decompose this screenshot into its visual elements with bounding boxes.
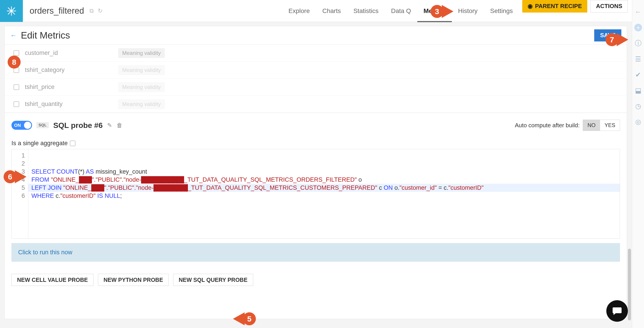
annotation-callout-5: 5	[233, 312, 256, 325]
column-name: tshirt_category	[25, 66, 118, 73]
column-checkbox[interactable]	[14, 84, 19, 90]
collapse-rail-icon[interactable]: ←	[634, 8, 642, 16]
line-gutter: 1 2 3 4 5 6	[12, 149, 28, 238]
snowflake-icon	[6, 6, 16, 16]
info-icon[interactable]: ⓘ	[634, 39, 642, 47]
line-number: 6	[12, 192, 25, 200]
auto-compute-segmented: NO YES	[583, 120, 620, 131]
columns-list: customer_id Meaning validity tshirt_cate…	[5, 44, 627, 113]
sql-probe-section: ON SQL SQL probe #6 ✎ 🗑 Auto compute aft…	[5, 113, 627, 319]
nav-settings[interactable]: Settings	[484, 0, 519, 22]
auto-compute-yes[interactable]: YES	[600, 120, 620, 131]
edit-icon[interactable]: ✎	[107, 122, 112, 129]
nav-charts[interactable]: Charts	[316, 0, 347, 22]
meaning-validity-badge: Meaning validity	[118, 48, 165, 58]
column-name: tshirt_price	[25, 84, 118, 90]
parent-recipe-label: PARENT RECIPE	[535, 3, 582, 10]
chat-launcher[interactable]	[606, 300, 628, 322]
new-cell-value-probe-button[interactable]: NEW CELL VALUE PROBE	[12, 274, 94, 286]
top-bar: orders_filtered ⧉ ↻ Explore Charts Stati…	[0, 0, 632, 22]
toggle-label: ON	[14, 123, 21, 128]
dataset-name: orders_filtered	[30, 6, 84, 16]
page-title: Edit Metrics	[21, 30, 70, 41]
nav-data-quality[interactable]: Data Q	[385, 0, 417, 22]
actions-button[interactable]: ACTIONS	[590, 0, 628, 12]
annotation-number: 8	[8, 55, 21, 68]
metrics-page: ← Edit Metrics SAVE customer_id Meaning …	[4, 26, 627, 319]
sql-tag-badge: SQL	[36, 122, 49, 128]
probe-enabled-toggle[interactable]: ON	[12, 121, 32, 130]
annotation-callout-6: 6	[4, 170, 26, 183]
back-icon[interactable]: ←	[10, 31, 17, 39]
nav-statistics[interactable]: Statistics	[347, 0, 385, 22]
parent-recipe-button[interactable]: ◉PARENT RECIPE	[522, 0, 587, 12]
scrollbar-thumb[interactable]	[628, 249, 631, 321]
delete-icon[interactable]: 🗑	[116, 122, 122, 129]
line-number: 5	[12, 184, 25, 192]
chat-bubble-icon	[612, 306, 622, 316]
column-checkbox[interactable]	[14, 50, 19, 56]
refresh-icon[interactable]: ↻	[98, 7, 103, 14]
nav-history[interactable]: History	[452, 0, 484, 22]
annotation-callout-3: 3	[430, 5, 454, 18]
column-name: customer_id	[25, 49, 118, 56]
nav-explore[interactable]: Explore	[282, 0, 316, 22]
list-icon[interactable]: ☰	[634, 55, 642, 63]
run-now-link[interactable]: Click to run this now	[12, 243, 620, 262]
app-logo[interactable]	[0, 0, 23, 22]
column-row[interactable]: tshirt_quantity Meaning validity	[5, 96, 627, 113]
meaning-validity-badge: Meaning validity	[118, 65, 165, 75]
line-number: 2	[12, 160, 25, 168]
search-data-icon[interactable]: ◎	[634, 118, 642, 125]
meaning-validity-badge: Meaning validity	[118, 82, 165, 92]
column-checkbox[interactable]	[14, 101, 19, 107]
line-number: 1	[12, 151, 25, 160]
column-row[interactable]: tshirt_category Meaning validity	[5, 62, 627, 79]
annotation-number: 5	[243, 312, 256, 325]
add-icon[interactable]: ＋	[634, 24, 642, 31]
meaning-validity-badge: Meaning validity	[118, 99, 165, 109]
code-area[interactable]: SELECT COUNT(*) AS missing_key_count FRO…	[28, 149, 620, 238]
column-name: tshirt_quantity	[25, 101, 118, 107]
check-circle-icon[interactable]: ✔	[634, 71, 642, 78]
new-sql-query-probe-button[interactable]: NEW SQL QUERY PROBE	[173, 274, 253, 286]
auto-compute-label: Auto compute after build:	[515, 122, 580, 129]
annotation-callout-8: 8	[8, 55, 21, 68]
annotation-callout-7: 7	[606, 33, 628, 46]
single-aggregate-label: Is a single aggregate	[12, 140, 68, 147]
copy-icon[interactable]: ⧉	[90, 7, 94, 14]
clock-icon[interactable]: ◷	[634, 102, 642, 110]
column-row[interactable]: customer_id Meaning validity	[5, 44, 627, 62]
probe-name: SQL probe #6	[53, 121, 102, 130]
single-aggregate-checkbox[interactable]	[70, 141, 75, 146]
auto-compute-no[interactable]: NO	[583, 120, 600, 131]
column-row[interactable]: tshirt_price Meaning validity	[5, 79, 627, 96]
right-rail: ← ＋ ⓘ ☰ ✔ ⬓ ◷ ◎	[632, 0, 644, 328]
sql-editor[interactable]: 1 2 3 4 5 6 SELECT COUNT(*) AS missing_k…	[12, 149, 620, 239]
new-python-probe-button[interactable]: NEW PYTHON PROBE	[98, 274, 168, 286]
clipboard-icon[interactable]: ⬓	[634, 86, 642, 94]
